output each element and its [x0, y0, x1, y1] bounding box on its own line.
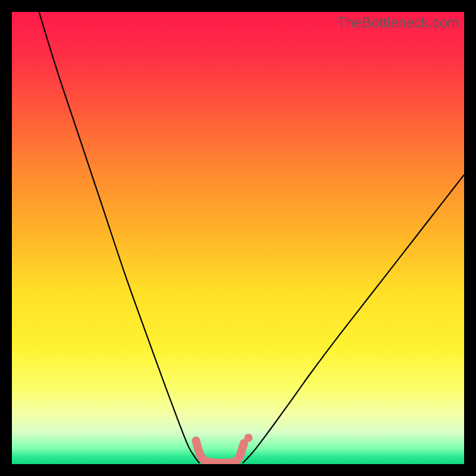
- gradient-background: [12, 12, 464, 464]
- bottleneck-chart: [12, 12, 464, 464]
- valley-marker-dot: [244, 434, 252, 442]
- chart-frame: TheBottleneck.com: [0, 0, 476, 476]
- watermark-text: TheBottleneck.com: [337, 14, 459, 31]
